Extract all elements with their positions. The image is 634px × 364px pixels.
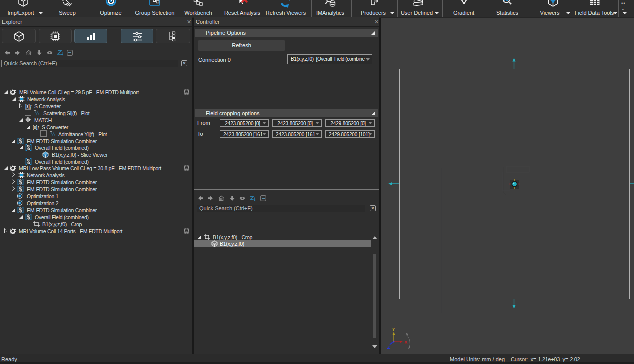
svg-text:Z: Z (387, 345, 390, 350)
svg-text:Y: Y (392, 327, 395, 332)
svg-text:X: X (404, 340, 407, 345)
